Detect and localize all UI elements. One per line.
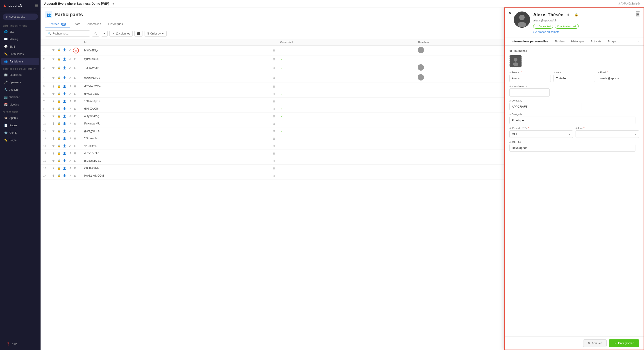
lock-row-btn[interactable]: 🔒 (57, 106, 61, 111)
user-row-btn[interactable]: 👤 (62, 129, 67, 133)
menu-toggle-btn[interactable]: ☰ (35, 4, 38, 8)
delete-user-button[interactable]: 🗑 (565, 12, 571, 18)
panel-qr-button[interactable]: ⊞ (636, 12, 640, 17)
user-row-btn[interactable]: 👤 (62, 136, 67, 141)
cancel-button[interactable]: ✕ Annuler (583, 339, 606, 347)
email-input[interactable] (598, 75, 639, 82)
prenom-input[interactable] (509, 75, 551, 82)
lock-row-btn[interactable]: 🔒 (57, 121, 61, 126)
card-row-btn[interactable]: ⊟ (73, 173, 78, 178)
tab-historiques[interactable]: Historiques (105, 21, 126, 28)
user-row-btn[interactable]: 👤 (62, 173, 67, 178)
sidebar-item-pages[interactable]: 📄 Pages (1, 122, 39, 129)
history-row-btn[interactable]: ↺ (68, 66, 72, 70)
panel-tab-activites[interactable]: Activités (588, 38, 604, 46)
card-row-btn[interactable]: ⊟ (73, 99, 78, 103)
user-row-btn[interactable]: 👤 (62, 48, 67, 52)
user-row-btn[interactable]: 👤 (62, 84, 67, 89)
sidebar-item-regle[interactable]: 📏 Règle (1, 137, 39, 144)
lock-row-btn[interactable]: 🔒 (57, 144, 61, 148)
history-row-btn[interactable]: ↺ (68, 173, 72, 178)
card-row-btn[interactable]: ⊟ (73, 57, 78, 61)
categorie-input[interactable] (509, 117, 636, 124)
sidebar-item-aide[interactable]: ❓ Aide (4, 340, 37, 347)
user-row-btn[interactable]: 👤 (62, 57, 67, 61)
thumbnail-preview[interactable] (509, 55, 522, 67)
order-button[interactable]: ⇅ Order by ▼ (144, 31, 167, 37)
card-row-btn[interactable]: ⊟ (73, 76, 78, 80)
sidebar-item-mailing[interactable]: ✉️ Mailing (1, 36, 39, 43)
card-row-btn[interactable]: ⊟ (73, 158, 78, 163)
sidebar-item-apercu[interactable]: 👁️ Aperçu (1, 114, 39, 121)
tab-anomalies[interactable]: Anomalies (84, 21, 105, 28)
panel-close-button[interactable]: ✕ (507, 10, 513, 16)
user-row-btn[interactable]: 👤 (62, 66, 67, 70)
user-row-btn[interactable]: 👤 (62, 151, 67, 156)
live-select[interactable]: OUI NON (576, 130, 639, 138)
lock-row-btn[interactable]: 🔒 (57, 166, 61, 170)
panel-tab-programs[interactable]: Prograr... (604, 38, 623, 46)
sidebar-item-exposants[interactable]: 🏢 Exposants (1, 71, 39, 78)
lock-user-button[interactable]: 🔒 (573, 12, 579, 18)
card-row-btn[interactable]: ⊟ (73, 106, 78, 111)
sidebar-item-meeting[interactable]: 📅 Meeting (1, 101, 39, 108)
lock-row-btn[interactable]: 🔒 (57, 173, 61, 178)
sidebar-item-config[interactable]: ⚙️ Config (1, 129, 39, 136)
sidebar-item-speakers[interactable]: 🎤 Speakers (1, 79, 39, 86)
add-button[interactable]: + (101, 31, 108, 37)
prise-rdv-select[interactable]: OUI NON (509, 130, 573, 138)
delete-row-btn[interactable]: 🗑 (51, 121, 56, 126)
save-button[interactable]: ✓ Enregistrer (609, 339, 639, 347)
lock-row-btn[interactable]: 🔒 (57, 99, 61, 103)
history-row-btn[interactable]: ↺ (68, 106, 72, 111)
history-row-btn[interactable]: ↺ (68, 158, 72, 163)
card-row-btn[interactable]: ⊟ (73, 84, 78, 89)
delete-row-btn[interactable]: 🗑 (51, 57, 56, 61)
history-row-btn[interactable]: ↺ (68, 129, 72, 133)
user-row-btn[interactable]: 👤 (62, 158, 67, 163)
user-row-btn[interactable]: 👤 (62, 114, 67, 118)
tab-entrees[interactable]: Entrées 87 (45, 21, 70, 28)
delete-row-btn[interactable]: 🗑 (51, 66, 56, 70)
nom-input[interactable] (554, 75, 595, 82)
card-row-btn[interactable]: ⊟ (73, 92, 78, 96)
delete-row-btn[interactable]: 🗑 (51, 158, 56, 163)
topbar-dropdown-icon[interactable]: ▼ (112, 2, 115, 6)
activation-mail-badge[interactable]: ✉ Activation mail (555, 24, 579, 29)
card-row-btn[interactable]: ⊟ (73, 136, 78, 141)
card-row-btn[interactable]: ⊟ (73, 144, 78, 148)
lock-row-btn[interactable]: 🔒 (57, 136, 61, 141)
delete-row-btn[interactable]: 🗑 (51, 92, 56, 96)
lock-row-btn[interactable]: 🔒 (57, 48, 61, 52)
panel-tab-fichiers[interactable]: Fichiers (552, 38, 568, 46)
card-row-btn[interactable]: ⊟ (73, 151, 78, 156)
delete-row-btn[interactable]: 🗑 (51, 129, 56, 133)
sidebar-item-formulaires[interactable]: ✏️ Formulaires (1, 51, 39, 58)
user-row-btn[interactable]: 👤 (62, 144, 67, 148)
history-row-btn[interactable]: ↺ (68, 114, 72, 118)
lock-row-btn[interactable]: 🔒 (57, 57, 61, 61)
history-row-btn[interactable]: ↺ (68, 48, 72, 52)
lock-row-btn[interactable]: 🔒 (57, 158, 61, 163)
history-row-btn[interactable]: ↺ (68, 92, 72, 96)
user-row-btn[interactable]: 👤 (62, 76, 67, 80)
lock-row-btn[interactable]: 🔒 (57, 76, 61, 80)
history-row-btn[interactable]: ↺ (68, 136, 72, 141)
user-row-btn[interactable]: 👤 (62, 166, 67, 170)
delete-row-btn[interactable]: 🗑 (51, 76, 56, 80)
delete-row-btn[interactable]: 🗑 (51, 144, 56, 148)
lock-row-btn[interactable]: 🔒 (57, 151, 61, 156)
delete-row-btn[interactable]: 🗑 (51, 114, 56, 118)
filter-button[interactable]: ⚗ (92, 31, 99, 37)
history-row-btn[interactable]: ↺ (68, 76, 72, 80)
sidebar-item-participants[interactable]: 👥 Participants (1, 58, 39, 65)
sidebar-item-site[interactable]: 🌐 Site (1, 28, 39, 35)
card-row-btn[interactable]: ⊟ (73, 166, 78, 170)
card-row-btn[interactable]: ⊟ (73, 66, 78, 70)
lock-row-btn[interactable]: 🔒 (57, 129, 61, 133)
lock-row-btn[interactable]: 🔒 (57, 66, 61, 70)
account-link[interactable]: ℹ À propos du compte (533, 31, 639, 34)
card-row-btn[interactable]: ⊟ (73, 48, 79, 53)
history-row-btn[interactable]: ↺ (68, 151, 72, 156)
user-row-btn[interactable]: 👤 (62, 121, 67, 126)
